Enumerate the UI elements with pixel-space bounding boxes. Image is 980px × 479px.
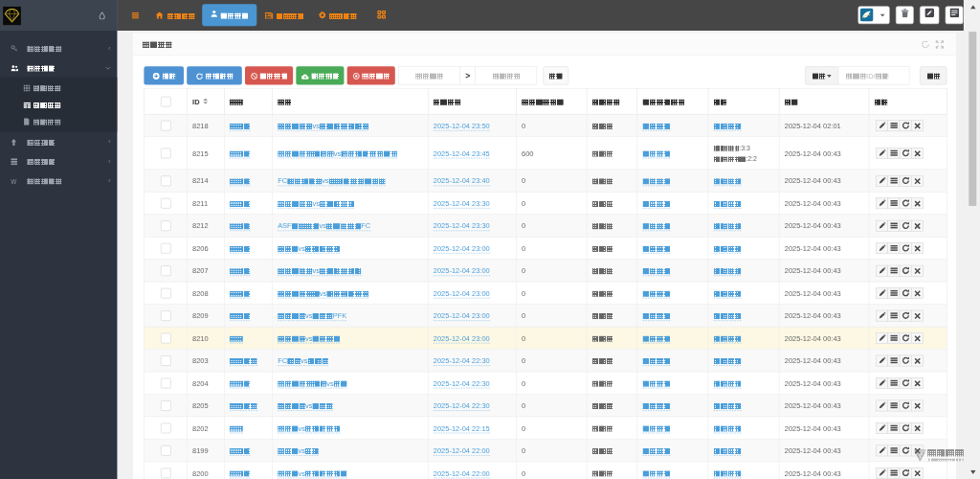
svg-text:W: W xyxy=(11,178,16,184)
